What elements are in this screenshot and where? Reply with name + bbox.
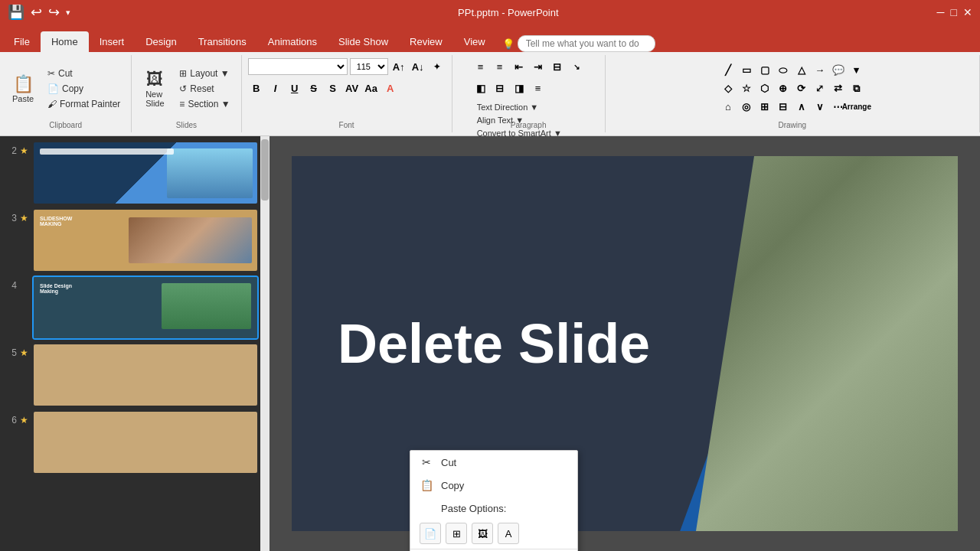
slide-image-3[interactable]: SLIDESHOWMAKING [34, 210, 257, 271]
layout-button[interactable]: ⊞ Layout ▼ [175, 67, 234, 80]
window-controls[interactable]: ─ □ ✕ [937, 6, 972, 18]
arrow-shape[interactable]: → [812, 62, 828, 79]
shape9[interactable]: ⧉ [848, 80, 865, 97]
shape7[interactable]: ⤢ [812, 80, 828, 97]
new-slide-button[interactable]: 🖼 NewSlide [138, 67, 172, 111]
ctx-cut-item[interactable]: ✂ Cut [410, 451, 577, 474]
shape2[interactable]: ◇ [720, 80, 737, 97]
slide2-photo [167, 148, 253, 198]
slide-scrollbar[interactable]: ▲ [260, 136, 270, 551]
change-case-button[interactable]: Aa [363, 80, 380, 96]
text-direction-button[interactable]: Text Direction ▼ [472, 101, 567, 113]
paste-text-only-btn[interactable]: A [498, 523, 519, 544]
cut-button[interactable]: ✂ Cut [43, 67, 125, 80]
shape5[interactable]: ⊕ [775, 80, 792, 97]
font-color-button[interactable]: A [382, 80, 399, 96]
more-shapes[interactable]: ▾ [848, 62, 865, 79]
slide-image-5[interactable] [34, 344, 257, 406]
new-slide-label: NewSlide [145, 90, 164, 108]
font-grow-button[interactable]: A↑ [390, 58, 407, 75]
tab-file[interactable]: File [3, 31, 41, 52]
tell-me-section[interactable]: 💡 [496, 35, 662, 52]
tab-view[interactable]: View [453, 31, 496, 52]
bold-button[interactable]: B [248, 80, 265, 96]
reset-button[interactable]: ↺ Reset [175, 82, 234, 96]
font-size-select[interactable]: 115 [350, 58, 388, 75]
ctx-cut-label: Cut [441, 457, 456, 468]
tab-slide-show[interactable]: Slide Show [328, 31, 399, 52]
paste-button[interactable]: 📋 Paste [6, 71, 40, 106]
copy-button[interactable]: 📄 Copy [43, 82, 125, 96]
tab-design[interactable]: Design [135, 31, 187, 52]
close-button[interactable]: ✕ [963, 6, 972, 18]
oval-shape[interactable]: ⬭ [775, 62, 792, 79]
quick-access-toolbar[interactable]: 💾 ↩ ↪ ▾ [8, 4, 70, 21]
scroll-thumb[interactable] [261, 139, 269, 201]
paste-label: Paste [12, 94, 34, 103]
columns-button[interactable]: ⊟ [549, 58, 566, 75]
minimize-button[interactable]: ─ [937, 6, 945, 18]
underline-button[interactable]: U [286, 80, 303, 96]
slide-options: ⊞ Layout ▼ ↺ Reset ≡ Section ▼ [175, 67, 234, 111]
shape6[interactable]: ⟳ [793, 80, 810, 97]
maximize-button[interactable]: □ [951, 6, 957, 18]
callout-shape[interactable]: 💬 [830, 62, 847, 79]
tab-transitions[interactable]: Transitions [188, 31, 257, 52]
arrange-button[interactable]: Arrange [848, 99, 865, 116]
text-shadow-button[interactable]: S [325, 80, 341, 96]
redo-icon[interactable]: ↪ [48, 4, 60, 21]
shape14[interactable]: ∧ [793, 99, 810, 116]
align-left-button[interactable]: ◧ [472, 80, 489, 96]
paste-options-icon [420, 501, 433, 515]
increase-indent-button[interactable]: ⇥ [530, 58, 547, 75]
tab-review[interactable]: Review [399, 31, 453, 52]
shape12[interactable]: ⊞ [756, 99, 773, 116]
clear-format-button[interactable]: ✦ [429, 58, 446, 75]
ctx-paste-options-buttons: 📄 ⊞ 🖼 A [410, 520, 577, 547]
font-name-select[interactable] [248, 58, 348, 75]
paragraph-group: ≡ ≡ ⇤ ⇥ ⊟ ↘ ◧ ⊟ ◨ ≡ Text Direction ▼ Ali… [452, 55, 606, 132]
italic-button[interactable]: I [267, 80, 284, 96]
font-shrink-button[interactable]: A↓ [410, 58, 426, 75]
justify-button[interactable]: ≡ [530, 80, 547, 96]
slide-panel: 2 ★ 3 ★ SLIDESHOWMAKING [0, 136, 260, 551]
rect-shape[interactable]: ▭ [738, 62, 755, 79]
paste-keep-source-btn[interactable]: 📄 [420, 523, 441, 544]
cut-icon: ✂ [47, 68, 55, 79]
line-shape[interactable]: ╱ [720, 62, 737, 79]
decrease-indent-button[interactable]: ⇤ [511, 58, 528, 75]
drawing-options: ╱ ▭ ▢ ⬭ △ → 💬 ▾ ◇ ☆ ⬡ ⊕ ⟳ ⤢ ⇄ ⧉ ⌂ ◎ ⊞ ⊟ [720, 58, 865, 129]
shape3[interactable]: ☆ [738, 80, 755, 97]
triangle-shape[interactable]: △ [793, 62, 810, 79]
shape10[interactable]: ⌂ [720, 99, 737, 116]
shape4[interactable]: ⬡ [756, 80, 773, 97]
paragraph-menu-button[interactable]: ↘ [568, 58, 585, 75]
paste-use-theme-btn[interactable]: ⊞ [446, 523, 467, 544]
save-icon[interactable]: 💾 [8, 4, 24, 21]
shape8[interactable]: ⇄ [830, 80, 847, 97]
char-spacing-button[interactable]: AV [344, 80, 361, 96]
tell-me-input[interactable] [518, 35, 655, 52]
format-painter-icon: 🖌 [47, 99, 57, 109]
tab-home[interactable]: Home [41, 31, 89, 52]
slide-image-4[interactable]: Slide DesignMaking [34, 277, 257, 338]
numbered-list-button[interactable]: ≡ [492, 58, 508, 75]
paste-picture-btn[interactable]: 🖼 [472, 523, 493, 544]
slide-image-2[interactable] [34, 142, 257, 204]
ctx-copy-item[interactable]: 📋 Copy [410, 474, 577, 497]
tab-insert[interactable]: Insert [89, 31, 136, 52]
tab-animations[interactable]: Animations [257, 31, 328, 52]
bullet-list-button[interactable]: ≡ [472, 58, 489, 75]
shape15[interactable]: ∨ [812, 99, 828, 116]
shape13[interactable]: ⊟ [775, 99, 792, 116]
section-button[interactable]: ≡ Section ▼ [175, 97, 234, 111]
shape11[interactable]: ◎ [738, 99, 755, 116]
slide-image-6[interactable] [34, 412, 257, 473]
align-right-button[interactable]: ◨ [511, 80, 528, 96]
format-painter-button[interactable]: 🖌 Format Painter [43, 97, 125, 111]
strikethrough-button[interactable]: S [305, 80, 322, 96]
undo-icon[interactable]: ↩ [31, 4, 42, 21]
align-center-button[interactable]: ⊟ [492, 80, 508, 96]
rounded-rect-shape[interactable]: ▢ [756, 62, 773, 79]
customize-icon[interactable]: ▾ [66, 8, 70, 18]
